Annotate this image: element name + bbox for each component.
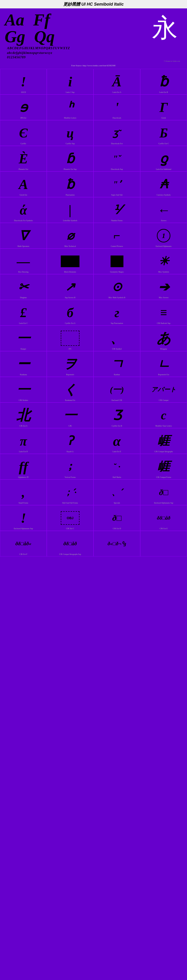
glyph-char: ∇ [19,229,28,242]
glyph-char: г [115,306,120,319]
glyph-char: ðδ□åð« [16,541,32,546]
grid-cell-40: 一Kangxi [0,326,47,351]
cell-label: CJK Symbol [94,348,140,350]
glyph-char: ƀ [66,178,74,191]
glyph-char: ðδ□åð [63,541,77,546]
cell-label: Latin 1 Sup [47,91,93,93]
cell-label: IPA Ext [0,117,46,119]
grid-cell-62: ˘ ·Half Marks [94,454,140,479]
glyph-char: 一 [17,383,30,396]
glyph-char: ≡ [160,307,167,319]
big-latin-glyphs: Aa Ff Gg Qq [5,11,59,45]
grid-cell-4: ɘIPA Ext [0,94,47,120]
glyph-char: ⅟ [113,204,120,216]
grid-cell-36: £Latin Ext C [0,300,47,326]
cell-label: Diacriticals Ext [94,143,140,145]
cell-label: Enclosed Alphanums [141,245,187,247]
cell-label: Kangxi [0,348,46,350]
grid-cell-56: πLatin Ext D [0,428,47,454]
cell-label: Diacriticals [94,117,140,119]
cell-label: Enclosed CJK [94,399,140,401]
glyph-char: 崕 [158,461,170,473]
cell-label: Cyrillic [0,143,46,145]
glyph-char: ㄱ [110,358,123,371]
cell-label: CJK Compat Forms [141,476,187,478]
glyph-char: Γ [160,100,168,115]
grid-cell-13: ɓPhonetic Ext Sup [47,146,94,172]
glyph-char: ☀ [158,255,169,267]
grid-cell-50: (一)Enclosed CJK [94,377,140,402]
grid-cell-59: 崕CJK Compat Ideographs [140,428,187,454]
cell-label: Super And Sub [94,194,140,196]
glyph-char: "ˇ [113,154,121,163]
font-title: 更紗黑體 UI HC Semibold Italic [63,2,124,6]
cell-label: Letterlike Symbols [47,220,93,222]
solid-rect-sm [110,256,123,267]
grid-cell-25: ⌀Misc Technical [47,223,94,248]
cell-label: Currency Symbols [141,194,187,196]
cell-label: CJK Compat Ideographs [141,450,187,453]
cell-label: Geometric Shapes [94,271,140,273]
grid-cell-44: ーKatakana [0,351,47,377]
grid-cell-24: ∇Math Operators [0,223,47,248]
design-credit: © Design by fontke.com [5,60,182,62]
grid-cell-28: —Box Drawing [0,248,47,274]
glyph-char: ‚ [21,486,26,499]
grid-cell-43: あHiragana [140,326,187,351]
big-glyphs-row: Aa Ff Gg Qq 永 [5,11,182,46]
cell-label: Arrows [141,220,187,222]
grid-cell-34: ⊙Misc Math Symbols B [94,274,140,300]
cell-label: Phonetic Ext [0,168,46,170]
glyph-char: く [64,383,77,396]
cell-label: Enclosed Alphanums Sup [141,502,187,504]
cell-label: Control Pictures [94,245,140,247]
glyph-char: あ [157,331,171,345]
cell-label: Half Marks [94,476,140,478]
cell-label: CJK Compat [141,399,187,401]
grid-cell-17: ƀPunctuation [47,172,94,197]
cell-label: Alphabetic PF [0,476,46,478]
grid-cell-12: ÈPhonetic Ext [0,146,47,172]
glyph-char: Б [160,126,168,140]
cell-label: CJK Ext C [47,528,93,530]
grid-cell-52: 北CJK Ext A [0,402,47,428]
cell-label: Latin Ext E [94,450,140,453]
glyph-char: A [19,177,28,191]
glyph-char: ʰ [67,100,73,115]
cell-label: Block Elements [47,271,93,273]
grid-cell-1: iLatin 1 Sup [47,69,94,94]
cell-label: Modifier Tone Letters [141,425,187,427]
cell-label: Sup Arrows B [47,297,93,299]
glyph-char: 、 [110,332,123,345]
circle-glyph: 1 [157,229,170,242]
grid-cell-2: ĀLatin Ext A [94,69,140,94]
grid-cell-11: БCyrillic Ext C [140,120,187,146]
grid-cell-32: ✂Dingbats [0,274,47,300]
grid-cell-58: αLatin Ext E [94,428,140,454]
glyph-char: アパート [151,387,176,393]
cell-label: Small Forms [0,502,46,504]
source-bar: Font Source: http://www.fontke.com/font/… [5,62,182,68]
glyph-char: α [113,434,121,448]
grid-cell-10: ʒ˜Diacriticals Ext [94,120,140,146]
grid-cell-18: "ʼSuper And Sub [94,172,140,197]
cell-label: Greek [141,117,187,119]
showcase-area: Aa Ff Gg Qq 永 ABCDEFGHIJKLMNOPQRSTUVWXYZ… [0,8,187,69]
glyph-char: ƍ [160,152,168,165]
grid-cell-35: ➔Misc Arrows [140,274,187,300]
glyph-char: ʒ˜ [113,128,121,138]
cell-label: ITC [47,348,93,350]
grid-cell-54: ƷCyrillic Ext B [94,402,140,428]
glyph-char: Ʒ [113,409,121,422]
grid-cell-75 [140,531,187,557]
source-text: Font Source: http://www.fontke.com/font/… [71,64,116,67]
cell-label: Number Forms [94,220,140,222]
glyph-char: ➔ [158,280,169,294]
cell-label: Kayah Li [47,450,93,453]
glyph-char: ⊙ [112,281,122,293]
cell-label: CJK Ext F [0,553,46,555]
grid-cell-48: 一CJK Strokes [0,377,47,402]
cell-label: Katakana [0,374,46,375]
grid-cell-67: ð□Enclosed Alphanums Sup [140,479,187,505]
cell-label: Misc Arrows [141,297,187,299]
